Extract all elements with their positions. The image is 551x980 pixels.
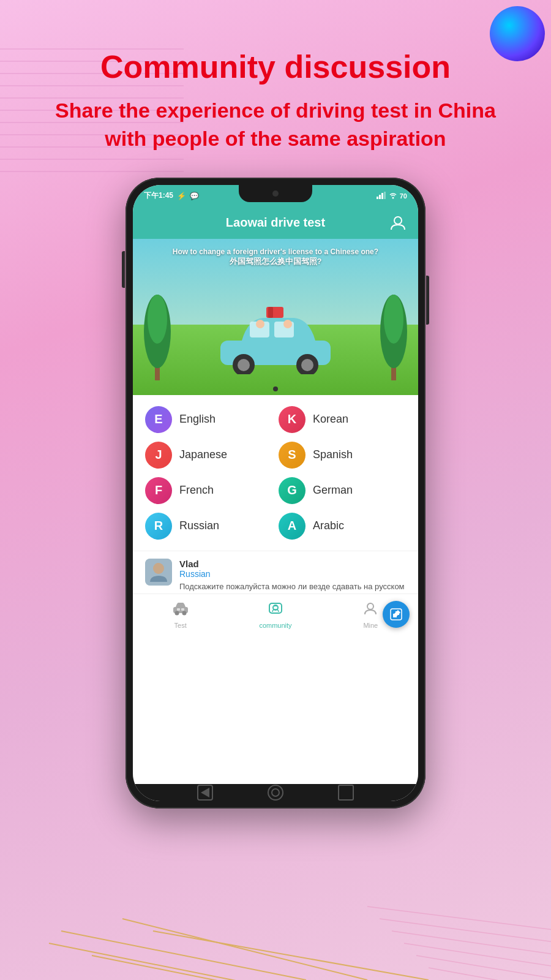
nav-item-test[interactable]: Test bbox=[133, 601, 228, 629]
banner-text-en: How to change a foreign driver's license… bbox=[133, 247, 418, 256]
car bbox=[208, 307, 343, 377]
lang-name-english: English bbox=[179, 413, 216, 426]
recent-button[interactable] bbox=[338, 785, 354, 801]
lang-name-korean: Korean bbox=[313, 413, 348, 426]
svg-point-43 bbox=[283, 320, 292, 328]
svg-point-22 bbox=[272, 190, 279, 197]
lang-letter-french: F bbox=[155, 483, 162, 497]
svg-line-17 bbox=[380, 919, 551, 943]
lang-name-german: German bbox=[313, 484, 353, 497]
svg-point-27 bbox=[392, 197, 394, 198]
car-nav-icon bbox=[172, 601, 189, 619]
tree-right bbox=[375, 282, 412, 383]
phone-notch bbox=[239, 185, 312, 202]
svg-line-11 bbox=[61, 931, 306, 980]
lang-avatar-russian: R bbox=[145, 513, 172, 540]
lang-name-russian: Russian bbox=[179, 519, 219, 532]
lang-name-arabic: Arabic bbox=[313, 519, 344, 532]
bottom-nav: Test community bbox=[133, 594, 418, 636]
banner-text-zh: 外国驾照怎么换中国驾照? bbox=[133, 256, 418, 267]
app-header-title: Laowai drive test bbox=[226, 216, 325, 230]
lang-item-french[interactable]: F French bbox=[145, 477, 272, 504]
svg-rect-24 bbox=[379, 195, 381, 199]
profile-icon[interactable] bbox=[389, 214, 407, 232]
svg-rect-46 bbox=[268, 307, 273, 318]
status-right: 70 bbox=[377, 192, 407, 200]
lang-item-german[interactable]: G German bbox=[279, 477, 406, 504]
svg-line-18 bbox=[392, 931, 551, 956]
lang-item-korean[interactable]: K Korean bbox=[279, 406, 406, 433]
lang-item-english[interactable]: E English bbox=[145, 406, 272, 433]
svg-rect-25 bbox=[381, 193, 383, 199]
lang-item-russian[interactable]: R Russian bbox=[145, 513, 272, 540]
svg-rect-55 bbox=[177, 608, 180, 611]
nav-item-community[interactable]: community bbox=[228, 601, 323, 629]
lang-avatar-french: F bbox=[145, 477, 172, 504]
lang-letter-arabic: A bbox=[288, 519, 296, 533]
lang-letter-spanish: S bbox=[288, 448, 296, 462]
svg-line-13 bbox=[122, 919, 367, 980]
svg-point-28 bbox=[394, 217, 402, 224]
post-avatar bbox=[145, 559, 172, 586]
lang-avatar-english: E bbox=[145, 406, 172, 433]
lang-letter-german: G bbox=[287, 483, 297, 497]
banner-text: How to change a foreign driver's license… bbox=[133, 247, 418, 267]
lang-letter-english: E bbox=[154, 412, 162, 426]
svg-line-16 bbox=[367, 907, 551, 931]
mine-nav-icon bbox=[362, 601, 379, 619]
lang-letter-russian: R bbox=[154, 519, 163, 533]
tree-left bbox=[139, 282, 176, 383]
main-title: Community discussion bbox=[0, 49, 551, 86]
svg-line-15 bbox=[153, 931, 429, 980]
svg-point-59 bbox=[367, 603, 373, 609]
status-left: 下午1:45 ⚡ 💬 bbox=[144, 190, 199, 201]
svg-line-20 bbox=[416, 956, 551, 980]
svg-line-19 bbox=[404, 943, 551, 968]
nav-label-community: community bbox=[259, 622, 291, 629]
banner: How to change a foreign driver's license… bbox=[133, 239, 418, 395]
svg-point-39 bbox=[238, 359, 250, 371]
svg-point-48 bbox=[153, 563, 164, 574]
lang-letter-japanese: J bbox=[155, 448, 162, 462]
status-battery: 70 bbox=[400, 192, 407, 200]
status-wechat-icon: 💬 bbox=[190, 192, 199, 200]
lang-avatar-korean: K bbox=[279, 406, 305, 433]
svg-rect-23 bbox=[377, 197, 378, 199]
subtitle-line2: with people of the same aspiration bbox=[105, 127, 446, 150]
home-button[interactable] bbox=[268, 785, 283, 801]
svg-line-14 bbox=[92, 956, 337, 980]
lang-name-spanish: Spanish bbox=[313, 448, 353, 461]
post-language: Russian bbox=[179, 569, 406, 579]
phone-wrapper: 下午1:45 ⚡ 💬 70 Laowai drive test bbox=[0, 178, 551, 809]
phone-frame: 下午1:45 ⚡ 💬 70 Laowai drive test bbox=[126, 178, 425, 809]
status-wifi-icon bbox=[389, 192, 397, 200]
nav-label-mine: Mine bbox=[363, 622, 378, 629]
lang-item-spanish[interactable]: S Spanish bbox=[279, 442, 406, 469]
svg-point-31 bbox=[148, 295, 167, 344]
post-username: Vlad bbox=[179, 559, 406, 569]
lang-item-japanese[interactable]: J Japanese bbox=[145, 442, 272, 469]
header-section: Community discussion Share the experienc… bbox=[0, 0, 551, 153]
lang-name-japanese: Japanese bbox=[179, 448, 227, 461]
fab-compose-button[interactable] bbox=[383, 601, 410, 628]
sub-title: Share the experience of driving test in … bbox=[0, 97, 551, 153]
lang-letter-korean: K bbox=[288, 412, 296, 426]
community-nav-icon bbox=[267, 601, 284, 619]
svg-point-54 bbox=[182, 611, 186, 616]
content-area: E English K Korean J bbox=[133, 395, 418, 636]
lang-item-arabic[interactable]: A Arabic bbox=[279, 513, 406, 540]
back-button[interactable] bbox=[197, 785, 213, 801]
nav-label-test: Test bbox=[174, 622, 187, 629]
svg-line-21 bbox=[429, 968, 551, 980]
svg-line-12 bbox=[49, 943, 294, 980]
svg-rect-56 bbox=[181, 608, 184, 611]
status-time: 下午1:45 bbox=[144, 190, 173, 201]
lang-avatar-spanish: S bbox=[279, 442, 305, 469]
phone-inner: 下午1:45 ⚡ 💬 70 Laowai drive test bbox=[133, 185, 418, 801]
svg-point-41 bbox=[301, 359, 313, 371]
app-header: Laowai drive test bbox=[133, 207, 418, 239]
lang-avatar-arabic: A bbox=[279, 513, 305, 540]
svg-point-53 bbox=[174, 611, 179, 616]
home-indicator bbox=[133, 784, 418, 801]
lang-avatar-german: G bbox=[279, 477, 305, 504]
